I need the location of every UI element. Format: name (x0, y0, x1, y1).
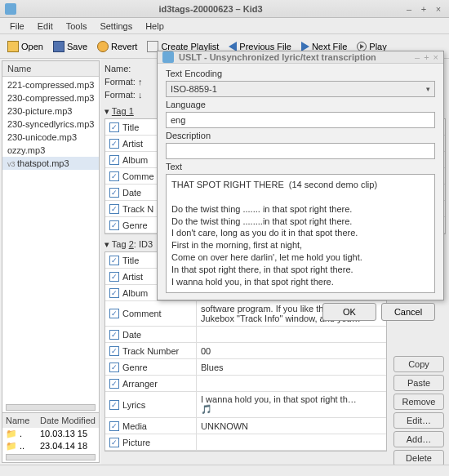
checkbox-icon[interactable] (109, 438, 119, 447)
edit-button[interactable]: Edit… (393, 412, 444, 429)
cancel-button[interactable]: Cancel (381, 303, 435, 321)
menu-settings[interactable]: Settings (93, 20, 139, 33)
delete-button[interactable]: Delete (393, 450, 444, 465)
tag2-key[interactable]: Arranger (105, 376, 197, 392)
tag2-key[interactable]: Media (105, 418, 197, 434)
checkbox-icon[interactable] (109, 139, 119, 149)
dir-col-date: Date Modified (40, 416, 96, 425)
checkbox-icon[interactable] (109, 346, 119, 356)
revert-label: Revert (111, 42, 137, 51)
open-label: Open (21, 42, 43, 51)
ok-button[interactable]: OK (322, 303, 376, 321)
dialog-min-button[interactable]: – (415, 52, 420, 62)
prev-label: Previous File (239, 42, 291, 51)
checkbox-icon[interactable] (109, 272, 119, 282)
dialog-close-button[interactable]: × (433, 52, 438, 62)
description-label: Description (166, 131, 435, 140)
file-list[interactable]: 221-compressed.mp3230-compressed.mp3230-… (2, 77, 99, 403)
checkbox-icon[interactable] (109, 256, 119, 265)
text-label: Text (166, 162, 435, 171)
copy-button[interactable]: Copy (393, 356, 444, 372)
tag2-value[interactable]: 00 (197, 343, 386, 359)
file-item[interactable]: 221-compressed.mp3 (2, 78, 99, 91)
tag2-key[interactable]: Picture (105, 434, 197, 451)
revert-button[interactable]: Revert (93, 38, 141, 55)
description-input[interactable] (166, 143, 435, 159)
maximize-button[interactable]: + (418, 4, 429, 14)
dialog-titlebar: USLT - Unsynchronized lyric/text transcr… (158, 51, 443, 64)
checkbox-icon[interactable] (109, 309, 119, 318)
prev-icon (229, 42, 237, 51)
encoding-value: ISO-8859-1 (171, 84, 217, 94)
encoding-combo[interactable]: ISO-8859-1 ▾ (166, 81, 435, 97)
dir-header[interactable]: Name Date Modified (2, 413, 99, 428)
checkbox-icon[interactable] (109, 379, 119, 389)
tag2-value[interactable]: Blues (197, 359, 386, 376)
dir-panel: Name Date Modified 📁 .10.03.13 15📁 ..23.… (2, 412, 99, 462)
menu-help[interactable]: Help (139, 20, 171, 33)
language-input[interactable] (166, 112, 435, 128)
tag2-value[interactable] (197, 434, 386, 451)
text-area[interactable]: THAT SPOT RIGHT THERE (14 second demo cl… (166, 174, 435, 293)
file-item[interactable]: 230-picture.mp3 (2, 105, 99, 118)
tag2-value[interactable] (197, 327, 386, 343)
tag2-value[interactable] (197, 376, 386, 392)
checkbox-icon[interactable] (109, 400, 119, 410)
side-buttons: Copy Paste Remove Edit… Add… Delete CARE… (393, 356, 444, 465)
save-button[interactable]: Save (49, 38, 91, 55)
next-icon (301, 42, 309, 51)
dialog-title: USLT - Unsynchronized lyric/text transcr… (179, 52, 411, 62)
statusbar (0, 465, 449, 476)
add-button[interactable]: Add… (393, 431, 444, 447)
minimize-button[interactable]: – (403, 4, 415, 14)
checkbox-icon[interactable] (109, 204, 119, 214)
remove-button[interactable]: Remove (393, 394, 444, 410)
checkbox-icon[interactable] (109, 330, 119, 340)
file-item[interactable]: ozzy.mp3 (2, 144, 99, 157)
close-button[interactable]: × (433, 4, 444, 14)
app-icon (5, 3, 16, 15)
checkbox-icon[interactable] (109, 288, 119, 298)
menu-tools[interactable]: Tools (60, 20, 94, 33)
sidebar: Name 221-compressed.mp3230-compressed.mp… (2, 60, 100, 463)
file-item[interactable]: 230-compressed.mp3 (2, 91, 99, 105)
open-button[interactable]: Open (3, 38, 47, 55)
checkbox-icon[interactable] (109, 171, 119, 181)
tag2-key[interactable]: Track Number (105, 343, 197, 359)
chevron-down-icon: ▾ (426, 85, 430, 93)
scrollbar-icon[interactable] (6, 404, 96, 411)
sidebar-header[interactable]: Name (2, 61, 99, 77)
dialog-icon (162, 51, 174, 63)
checkbox-icon[interactable] (109, 155, 119, 165)
tag1-label: Tag 1 (112, 106, 134, 116)
file-item[interactable]: 230-syncedlyrics.mp3 (2, 118, 99, 131)
dir-row[interactable]: 📁 ..23.04.14 18 (2, 440, 99, 452)
dir-row[interactable]: 📁 .10.03.13 15 (2, 428, 99, 440)
scrollbar-icon[interactable] (6, 454, 96, 460)
menu-file[interactable]: File (3, 20, 31, 33)
tag2-key[interactable]: Date (105, 327, 197, 343)
checkbox-icon[interactable] (109, 220, 119, 230)
tag2-key[interactable]: Lyrics (105, 392, 197, 418)
tag2-value[interactable]: I wanna hold you, in that spot right th…… (197, 392, 386, 418)
revert-icon (97, 41, 109, 52)
play-icon (357, 42, 367, 51)
save-label: Save (67, 42, 87, 51)
tag2-key[interactable]: Genre (105, 359, 197, 376)
encoding-label: Text Encoding (166, 69, 435, 78)
dialog-max-button[interactable]: + (424, 52, 429, 62)
file-item[interactable]: 230-unicode.mp3 (2, 131, 99, 144)
uslt-dialog: USLT - Unsynchronized lyric/text transcr… (157, 51, 444, 300)
language-label: Language (166, 100, 435, 109)
tag2-value[interactable]: UNKNOWN (197, 418, 386, 434)
file-item[interactable]: v3 thatspot.mp3 (2, 157, 99, 170)
titlebar: id3tags-20000623 – Kid3 – + × (0, 0, 449, 18)
dir-col-name: Name (6, 416, 40, 425)
play-label: Play (369, 42, 386, 51)
checkbox-icon[interactable] (109, 188, 119, 198)
menu-edit[interactable]: Edit (31, 20, 60, 33)
checkbox-icon[interactable] (109, 421, 119, 431)
checkbox-icon[interactable] (109, 363, 119, 372)
paste-button[interactable]: Paste (393, 375, 444, 391)
checkbox-icon[interactable] (109, 122, 119, 132)
